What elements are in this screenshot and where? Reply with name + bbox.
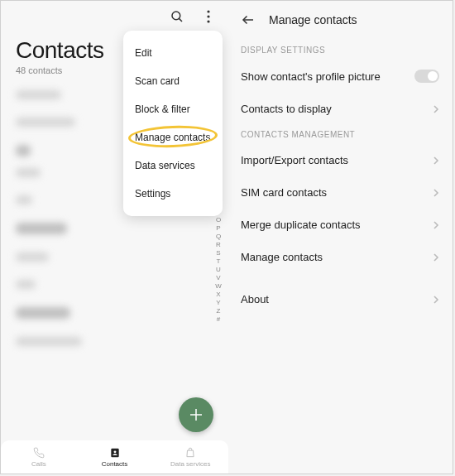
alpha-letter[interactable]: Z bbox=[214, 307, 223, 315]
back-icon[interactable] bbox=[239, 11, 257, 29]
phone-icon bbox=[32, 446, 46, 459]
alpha-letter[interactable]: R bbox=[214, 241, 223, 249]
chevron-right-icon bbox=[433, 156, 439, 166]
svg-point-0 bbox=[172, 12, 180, 20]
settings-row-contacts-to-display[interactable]: Contacts to display bbox=[228, 93, 453, 125]
nav-contacts[interactable]: Contacts bbox=[77, 440, 153, 474]
more-icon[interactable] bbox=[199, 7, 218, 26]
alpha-letter[interactable]: Y bbox=[214, 299, 223, 307]
chevron-right-icon bbox=[433, 295, 439, 305]
chevron-right-icon bbox=[433, 220, 439, 230]
menu-item-manage-contacts[interactable]: Manage contacts bbox=[123, 123, 223, 151]
menu-item-label: Manage contacts bbox=[135, 132, 210, 143]
row-label: Manage contacts bbox=[241, 251, 323, 263]
menu-item-label: Edit bbox=[135, 47, 152, 59]
settings-row-import-export-contacts[interactable]: Import/Export contacts bbox=[228, 144, 453, 176]
menu-item-data-services[interactable]: Data services bbox=[123, 151, 223, 180]
alpha-letter[interactable]: Q bbox=[214, 233, 223, 241]
svg-point-2 bbox=[207, 10, 209, 12]
section-label: CONTACTS MANAGEMENT bbox=[228, 125, 453, 144]
nav-calls[interactable]: Calls bbox=[1, 440, 77, 474]
chevron-right-icon bbox=[433, 104, 439, 114]
row-label: Show contact's profile picture bbox=[241, 70, 381, 83]
alpha-letter[interactable]: W bbox=[214, 282, 223, 291]
screen-title: Manage contacts bbox=[269, 13, 357, 26]
chevron-right-icon bbox=[433, 252, 439, 262]
alpha-letter[interactable]: T bbox=[214, 257, 223, 266]
overflow-menu: EditScan cardBlock & filterManage contac… bbox=[123, 31, 223, 216]
alpha-letter[interactable]: S bbox=[214, 249, 223, 257]
nav-label: Contacts bbox=[102, 460, 128, 468]
toggle-switch[interactable] bbox=[414, 70, 439, 83]
row-label: Merge duplicate contacts bbox=[241, 219, 361, 231]
bottom-nav: Calls Contacts Data services bbox=[1, 440, 228, 474]
svg-point-4 bbox=[207, 20, 209, 22]
svg-line-1 bbox=[179, 18, 182, 22]
menu-item-label: Settings bbox=[135, 188, 170, 200]
chevron-right-icon bbox=[433, 188, 439, 198]
contacts-icon bbox=[108, 446, 122, 459]
menu-item-settings[interactable]: Settings bbox=[123, 180, 223, 208]
alpha-letter[interactable]: P bbox=[214, 224, 223, 233]
bag-icon bbox=[184, 446, 197, 459]
svg-point-8 bbox=[113, 450, 116, 453]
section-label: DISPLAY SETTINGS bbox=[228, 41, 453, 60]
settings-row-about[interactable]: About bbox=[228, 283, 453, 315]
menu-item-label: Data services bbox=[135, 160, 195, 171]
row-label: SIM card contacts bbox=[241, 186, 327, 199]
alpha-letter[interactable]: X bbox=[214, 291, 223, 299]
search-icon[interactable] bbox=[168, 7, 186, 26]
add-contact-fab[interactable] bbox=[179, 397, 213, 432]
settings-row-show-contact-s-profile-picture[interactable]: Show contact's profile picture bbox=[228, 60, 453, 93]
row-label: Contacts to display bbox=[241, 103, 332, 115]
alpha-letter[interactable]: U bbox=[214, 266, 223, 274]
nav-label: Calls bbox=[31, 460, 46, 468]
settings-row-sim-card-contacts[interactable]: SIM card contacts bbox=[228, 176, 453, 209]
row-label: Import/Export contacts bbox=[241, 154, 348, 166]
row-label: About bbox=[241, 293, 269, 305]
alpha-letter[interactable]: V bbox=[214, 274, 223, 282]
alpha-letter[interactable]: # bbox=[214, 315, 223, 324]
menu-item-label: Scan card bbox=[135, 75, 180, 87]
menu-item-scan-card[interactable]: Scan card bbox=[123, 67, 223, 95]
menu-item-label: Block & filter bbox=[135, 103, 190, 115]
contacts-screen: Contacts 48 contacts JKLMNOPQRSTUVWXYZ# … bbox=[1, 1, 228, 474]
menu-item-edit[interactable]: Edit bbox=[123, 39, 223, 67]
svg-point-3 bbox=[207, 15, 209, 17]
manage-contacts-screen: Manage contacts DISPLAY SETTINGSShow con… bbox=[228, 1, 453, 474]
settings-row-manage-contacts[interactable]: Manage contacts bbox=[228, 241, 453, 273]
nav-label: Data services bbox=[170, 460, 210, 468]
menu-item-block-filter[interactable]: Block & filter bbox=[123, 95, 223, 123]
nav-data-services[interactable]: Data services bbox=[152, 440, 228, 474]
alpha-letter[interactable]: O bbox=[214, 216, 223, 224]
settings-row-merge-duplicate-contacts[interactable]: Merge duplicate contacts bbox=[228, 209, 453, 241]
